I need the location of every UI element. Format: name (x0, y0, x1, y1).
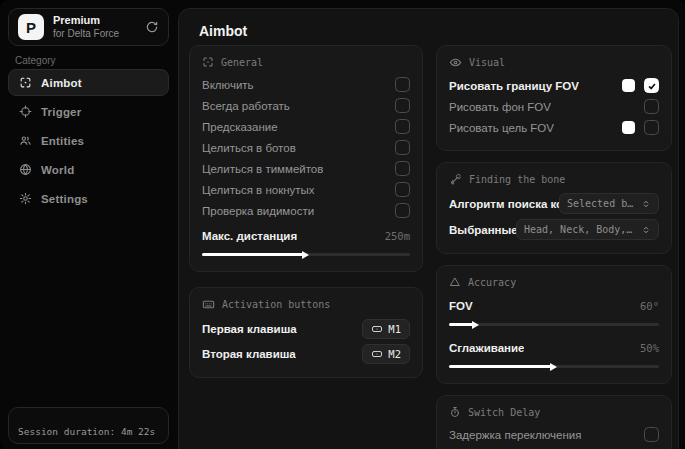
sidebar-item-label: Aimbot (41, 77, 82, 89)
fov-label: FOV (449, 300, 473, 312)
switch-delay-card: Switch Delay Задержка переключения Задер… (436, 395, 672, 449)
slider-thumb[interactable] (302, 251, 309, 259)
visual-card: Visual Рисовать границу FOV Рисовать фон… (436, 45, 672, 151)
selected-bones-label: Выбранные кос (449, 224, 516, 236)
max-distance-slider[interactable] (202, 250, 410, 259)
sidebar-item-settings[interactable]: Settings (8, 185, 169, 212)
second-key-label: Вторая клавиша (202, 348, 296, 360)
general-row-visibility-check: Проверка видимости (202, 200, 410, 221)
aimbot-crosshair-icon (19, 76, 32, 89)
first-key-button[interactable]: M1 (362, 319, 410, 339)
fov-border-checkbox[interactable] (644, 78, 659, 93)
brand-text: Premium for Delta Force (53, 14, 119, 40)
right-column: Visual Рисовать границу FOV Рисовать фон… (436, 45, 672, 449)
second-key-row: Вторая клавиша M2 (202, 342, 410, 365)
bone-algorithm-select[interactable]: Selected bone (559, 193, 659, 214)
enable-checkbox[interactable] (395, 77, 410, 92)
target-teammates-checkbox[interactable] (395, 161, 410, 176)
mouse-icon (371, 348, 383, 360)
unfold-icon (641, 199, 651, 209)
slider-track (202, 253, 410, 256)
row-label: Целиться в ботов (202, 142, 296, 154)
finding-bone-card: Finding the bone Алгоритм поиска кост Se… (436, 162, 672, 254)
target-knocked-checkbox[interactable] (395, 182, 410, 197)
accuracy-card-title: Accuracy (468, 277, 516, 288)
smoothing-value: 50% (640, 342, 659, 354)
brand-logo: P (18, 14, 44, 40)
fov-slider[interactable] (449, 320, 659, 329)
keyboard-icon (202, 298, 215, 311)
fov-border-controls (622, 78, 659, 93)
eye-icon (449, 56, 462, 69)
accuracy-card: Accuracy FOV 60° Сглаживание 50% (436, 265, 672, 384)
second-key-button[interactable]: M2 (362, 344, 410, 364)
sidebar: P Premium for Delta Force Category (0, 0, 178, 449)
fov-target-controls (622, 120, 659, 135)
bone-algorithm-label: Алгоритм поиска кост (449, 198, 559, 210)
max-distance-value: 250m (385, 230, 410, 242)
row-label: Всегда работать (202, 100, 290, 112)
activation-card-title: Activation buttons (222, 299, 330, 310)
globe-icon (19, 163, 32, 176)
activation-card-header: Activation buttons (202, 298, 410, 311)
timer-icon (449, 406, 461, 418)
switch-delay-card-header: Switch Delay (449, 406, 659, 418)
delta-triangle-icon (449, 276, 461, 288)
sidebar-item-world[interactable]: World (8, 156, 169, 183)
fov-border-label: Рисовать границу FOV (449, 80, 579, 92)
check-icon (647, 81, 657, 91)
visibility-check-checkbox[interactable] (395, 203, 410, 218)
refresh-icon[interactable] (145, 20, 159, 34)
slider-thumb[interactable] (550, 363, 557, 371)
switch-delay-checkbox[interactable] (644, 427, 659, 442)
switch-delay-enable-label: Задержка переключения (449, 429, 581, 441)
fov-target-label: Рисовать цель FOV (449, 122, 554, 134)
first-key-row: Первая клавиша M1 (202, 317, 410, 340)
always-work-checkbox[interactable] (395, 98, 410, 113)
mouse-icon (371, 323, 383, 335)
slider-track (449, 323, 659, 326)
general-row-prediction: Предсказание (202, 116, 410, 137)
general-row-enable: Включить (202, 74, 410, 95)
fov-border-color-swatch[interactable] (622, 79, 635, 92)
sidebar-item-entities[interactable]: Entities (8, 127, 169, 154)
slider-thumb[interactable] (472, 321, 479, 329)
general-row-target-bots: Целиться в ботов (202, 137, 410, 158)
switch-delay-enable-row: Задержка переключения (449, 424, 659, 445)
fov-target-row: Рисовать цель FOV (449, 117, 659, 138)
sidebar-item-label: World (41, 164, 74, 176)
slider-fill (449, 323, 476, 326)
gear-icon (19, 192, 32, 205)
fov-target-color-swatch[interactable] (622, 121, 635, 134)
category-label: Category (15, 55, 56, 66)
entities-icon (19, 134, 32, 147)
row-label: Предсказание (202, 121, 278, 133)
unfold-icon (641, 225, 651, 235)
first-key-label: Первая клавиша (202, 323, 297, 335)
prediction-checkbox[interactable] (395, 119, 410, 134)
accuracy-card-header: Accuracy (449, 276, 659, 288)
slider-fill (202, 253, 306, 256)
selected-bones-select[interactable]: Head, Neck, Body, Pe.. (516, 219, 659, 240)
second-key-value: M2 (388, 348, 401, 360)
bone-algorithm-value: Selected bone (567, 198, 635, 209)
target-bots-checkbox[interactable] (395, 140, 410, 155)
general-scan-icon (202, 56, 214, 68)
fov-target-checkbox[interactable] (644, 120, 659, 135)
fov-background-checkbox[interactable] (644, 99, 659, 114)
sidebar-nav: Aimbot Trigger Entities (8, 69, 169, 214)
selected-bones-value: Head, Neck, Body, Pe.. (524, 224, 635, 235)
sidebar-item-trigger[interactable]: Trigger (8, 98, 169, 125)
fov-value: 60° (640, 300, 659, 312)
activation-buttons-card: Activation buttons Первая клавиша M1 (189, 287, 423, 378)
first-key-value: M1 (388, 323, 401, 335)
general-row-target-teammates: Целиться в тиммейтов (202, 158, 410, 179)
sidebar-item-aimbot[interactable]: Aimbot (8, 69, 169, 96)
max-distance-label: Макс. дистанция (202, 230, 297, 242)
smoothing-slider[interactable] (449, 362, 659, 371)
brand-title: Premium (53, 14, 119, 28)
visual-card-header: Visual (449, 56, 659, 69)
row-label: Целиться в нокнутых (202, 184, 315, 196)
fov-background-row: Рисовать фон FOV (449, 96, 659, 117)
smoothing-label: Сглаживание (449, 342, 524, 354)
